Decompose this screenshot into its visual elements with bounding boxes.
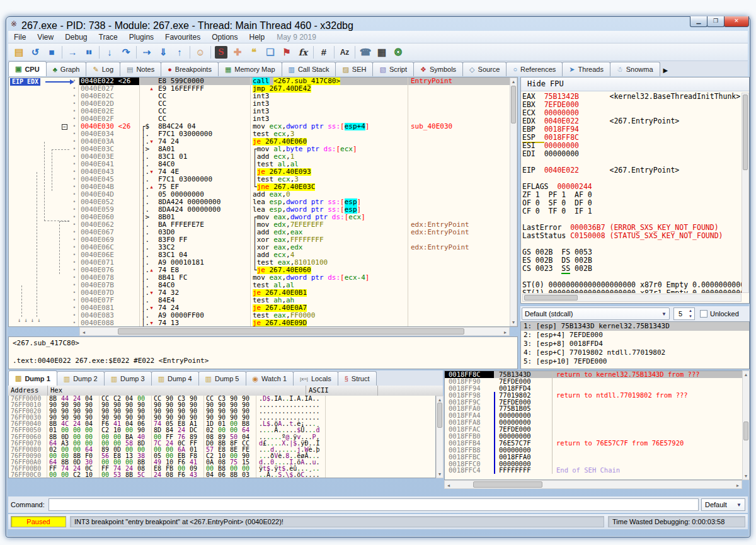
- arg-row[interactable]: 3: [esp+8] 0018FFD4: [521, 340, 749, 348]
- registers-vscrollbar[interactable]: [742, 93, 749, 293]
- instr-token: je: [253, 138, 265, 146]
- step-over-icon[interactable]: ↷: [118, 45, 134, 60]
- dump-col-ascii[interactable]: ASCII: [306, 386, 378, 396]
- registers-text[interactable]: EAX 75B1342B <kernel32.BaseThreadInitThu…: [522, 93, 742, 293]
- run-to-selection-icon[interactable]: ⇢: [139, 45, 155, 60]
- tab-symbols[interactable]: ❖Symbols: [413, 62, 463, 76]
- stack-hscrollbar[interactable]: ◂▸: [444, 480, 742, 489]
- tab-breakpoints[interactable]: ●Breakpoints: [161, 62, 219, 76]
- maximize-button[interactable]: ❐: [707, 16, 724, 27]
- collapse-function-toggle[interactable]: −: [62, 124, 67, 130]
- tab-watch-1[interactable]: ◉Watch 1: [246, 371, 294, 386]
- dump-row[interactable]: 76FF00C00000C21000538B5C2408F64304068B03…: [9, 472, 435, 478]
- stack-row[interactable]: 0018FF9877019802return to ntdll.77019802…: [445, 392, 749, 399]
- label-icon[interactable]: ❏: [262, 45, 278, 60]
- dump-col-address[interactable]: Address: [8, 386, 48, 396]
- hash-icon[interactable]: #: [316, 45, 332, 60]
- arg-row[interactable]: 4: [esp+C] 77019802 ntdll.77019802: [521, 348, 749, 357]
- stack-row[interactable]: 0018FF907EFDE000: [445, 378, 749, 385]
- arg-row[interactable]: 5: [esp+10] 7EFDE000: [521, 357, 749, 366]
- patch-icon[interactable]: ✚: [229, 45, 246, 60]
- tab-locals[interactable]: |x=|Locals: [293, 371, 338, 386]
- tab-log[interactable]: ✎Log: [86, 62, 120, 76]
- step-out-icon[interactable]: ⇓: [155, 45, 171, 60]
- menu-item-help[interactable]: Help: [244, 32, 271, 43]
- instr-token: 267.40E060: [270, 267, 311, 274]
- menu-item-debug[interactable]: Debug: [59, 32, 93, 43]
- restart-icon[interactable]: ↺: [27, 45, 43, 60]
- stack-row[interactable]: 0018FF9C7EFDE000: [445, 399, 749, 406]
- function-fx-icon[interactable]: fx: [295, 45, 311, 60]
- tab-dump-5[interactable]: ▥Dump 5: [198, 371, 246, 386]
- arg-count-stepper[interactable]: 5 ▲▼: [673, 307, 695, 320]
- stack-row[interactable]: 0018FF8C75B1343Dreturn to kernel32.75B13…: [445, 371, 749, 378]
- dump-hex-group: 0000C210: [47, 472, 99, 478]
- menu-item-trace[interactable]: Trace: [93, 32, 123, 43]
- tab-source[interactable]: ◇Source: [462, 62, 507, 76]
- tab-call-stack[interactable]: ▥Call Stack: [282, 62, 336, 76]
- stack-row[interactable]: 0018FFC4FFFFFFFFEnd of SEH Chain: [445, 467, 749, 474]
- tab-notes[interactable]: ▤Notes: [120, 62, 161, 76]
- execute-till-return-icon[interactable]: ↑: [171, 45, 188, 60]
- disasm-vscrollbar[interactable]: ▴▾: [510, 77, 517, 326]
- unlocked-checkbox[interactable]: Unlocked: [700, 310, 739, 318]
- registers-hscrollbar[interactable]: [522, 294, 742, 302]
- tab-cpu[interactable]: ▣CPU: [8, 61, 47, 76]
- globe-icon[interactable]: ❂: [390, 45, 406, 60]
- run-icon[interactable]: →: [64, 45, 81, 60]
- tab-threads[interactable]: ➤Threads: [562, 62, 610, 76]
- minimize-button[interactable]: ▁: [690, 16, 707, 27]
- stack-vscrollbar[interactable]: ▴▾: [742, 370, 750, 480]
- arg-row[interactable]: 1: [esp] 75B1343D kernel32.75B1343D: [521, 322, 749, 331]
- tab-dump-4[interactable]: ▥Dump 4: [151, 371, 199, 386]
- tab-script[interactable]: ▧Script: [372, 62, 414, 76]
- stack-row[interactable]: 0018FFA800000000: [445, 419, 749, 426]
- tab-memory-map[interactable]: ▦Memory Map: [218, 62, 282, 76]
- stack-row[interactable]: 0018FFA400000000: [445, 412, 749, 419]
- tab-graph[interactable]: ♣Graph: [46, 62, 87, 76]
- tab-seh[interactable]: ▨SEH: [335, 62, 373, 76]
- disasm-row[interactable]: 0040E088│.▾74 13je 267.40E09D: [79, 319, 510, 326]
- disasm-hscrollbar[interactable]: ◂▸: [79, 327, 510, 336]
- run-to-user-code-icon[interactable]: ☺: [192, 45, 209, 60]
- tab-dump-3[interactable]: ▥Dump 3: [104, 371, 152, 386]
- menu-item-favourites[interactable]: Favourites: [159, 32, 206, 43]
- command-input[interactable]: [49, 498, 699, 511]
- calling-convention-select[interactable]: Default (stdcall)▼: [522, 307, 670, 320]
- pause-icon[interactable]: ▮▮: [81, 45, 97, 60]
- menu-item-file[interactable]: File: [8, 32, 32, 43]
- menu-item-plugins[interactable]: Plugins: [123, 32, 159, 43]
- toolbar-separator: [99, 46, 100, 59]
- close-button[interactable]: ✕: [724, 16, 749, 27]
- stack-row[interactable]: 0018FFAC7EFDE000: [445, 426, 749, 433]
- tab-overflow-arrow-icon[interactable]: ▶: [661, 64, 671, 76]
- dump-vscrollbar[interactable]: ▴▾: [436, 396, 444, 478]
- tab-dump-1[interactable]: ▥Dump 1: [8, 370, 57, 386]
- tab-struct[interactable]: §Struct: [338, 371, 377, 386]
- disasm-address: 0040E083: [79, 312, 139, 319]
- calculator-icon[interactable]: ▦: [374, 45, 390, 60]
- open-folder-icon[interactable]: ▤: [11, 45, 27, 60]
- menu-item-options[interactable]: Options: [206, 32, 243, 43]
- breakpoint-dots[interactable]: •••••••••••••••••••••••••••••••••: [71, 77, 77, 326]
- stop-icon[interactable]: ■: [43, 45, 60, 60]
- command-mode-select[interactable]: Default ▼: [701, 498, 745, 511]
- stack-row[interactable]: 0018FFBC0018FFA0: [445, 454, 749, 461]
- arg-row[interactable]: 2: [esp+4] 7EFDE000: [521, 331, 749, 340]
- script-s-icon[interactable]: S: [213, 45, 229, 60]
- step-into-icon[interactable]: ↓: [101, 45, 118, 60]
- stack-row[interactable]: 0018FFB800000000: [445, 447, 749, 454]
- tab-dump-2[interactable]: ▥Dump 2: [57, 371, 105, 386]
- case-az-icon[interactable]: Az: [336, 45, 353, 60]
- dump-col-hex[interactable]: Hex: [48, 386, 306, 396]
- tab-snowma[interactable]: ☃Snowma: [610, 62, 660, 76]
- tab-references[interactable]: ○References: [506, 62, 563, 76]
- phone-icon[interactable]: ☎: [357, 45, 374, 60]
- bookmark-icon[interactable]: ⚑: [278, 45, 295, 60]
- menu-item-view[interactable]: View: [32, 32, 59, 43]
- comment-icon[interactable]: ❝: [246, 45, 262, 60]
- stepper-arrows-icon[interactable]: ▲▼: [687, 308, 694, 319]
- stack-row[interactable]: 0018FFA0775B1B05: [445, 405, 749, 412]
- hide-fpu-button[interactable]: Hide FPU: [521, 77, 749, 91]
- stack-row[interactable]: 0018FFB476E57C7Freturn to 76E57C7F from …: [445, 440, 749, 447]
